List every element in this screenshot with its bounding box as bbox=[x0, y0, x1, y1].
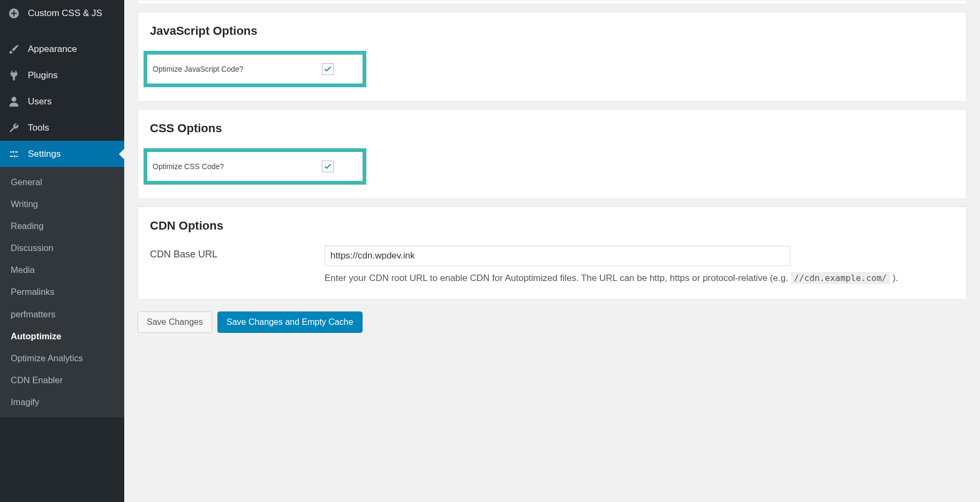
submenu-item-imagify[interactable]: Imagify bbox=[0, 391, 124, 413]
settings-submenu: General Writing Reading Discussion Media… bbox=[0, 167, 124, 417]
sidebar-item-label: Settings bbox=[28, 149, 61, 159]
sidebar-item-label: Users bbox=[28, 96, 51, 107]
main-content: JavaScript Options Optimize JavaScript C… bbox=[124, 0, 980, 502]
desc-code: //cdn.example.com/ bbox=[791, 272, 890, 284]
sidebar-item-label: Plugins bbox=[28, 70, 58, 81]
wrench-icon bbox=[7, 121, 20, 134]
highlight-optimize-css: Optimize CSS Code? bbox=[144, 148, 366, 185]
submenu-item-perfmatters[interactable]: perfmatters bbox=[0, 303, 124, 325]
sidebar-item-plugins[interactable]: Plugins bbox=[0, 62, 124, 88]
sliders-icon bbox=[7, 148, 20, 161]
submenu-item-cdn-enabler[interactable]: CDN Enabler bbox=[0, 369, 124, 391]
desc-text: Enter your CDN root URL to enable CDN fo… bbox=[325, 273, 791, 283]
check-icon bbox=[323, 162, 332, 171]
submenu-item-writing[interactable]: Writing bbox=[0, 193, 124, 215]
field-label: Optimize JavaScript Code? bbox=[150, 65, 322, 73]
save-and-empty-cache-button[interactable]: Save Changes and Empty Cache bbox=[217, 311, 363, 333]
save-changes-button[interactable]: Save Changes bbox=[138, 311, 212, 333]
plus-circle-icon bbox=[7, 7, 20, 20]
submit-row: Save Changes Save Changes and Empty Cach… bbox=[138, 311, 967, 333]
submenu-item-general[interactable]: General bbox=[0, 171, 124, 193]
panel-heading: CSS Options bbox=[150, 121, 954, 135]
panel-heading: JavaScript Options bbox=[150, 24, 954, 38]
panel-javascript-options: JavaScript Options Optimize JavaScript C… bbox=[138, 12, 967, 102]
optimize-js-checkbox[interactable] bbox=[322, 63, 334, 75]
sidebar-item-custom-css-js[interactable]: Custom CSS & JS bbox=[0, 0, 124, 26]
cdn-base-url-input[interactable] bbox=[325, 246, 790, 266]
sidebar-item-tools[interactable]: Tools bbox=[0, 115, 124, 141]
sidebar-item-label: Tools bbox=[28, 123, 49, 133]
desc-text-end: ). bbox=[893, 273, 898, 283]
sidebar-item-label: Appearance bbox=[28, 44, 77, 55]
sidebar-item-settings[interactable]: Settings bbox=[0, 141, 124, 167]
highlight-optimize-js: Optimize JavaScript Code? bbox=[144, 51, 366, 87]
admin-sidebar: Custom CSS & JS Appearance Plugins Users… bbox=[0, 0, 124, 502]
submenu-item-permalinks[interactable]: Permalinks bbox=[0, 281, 124, 303]
panel-cdn-options: CDN Options CDN Base URL Enter your CDN … bbox=[138, 207, 967, 300]
submenu-item-autoptimize[interactable]: Autoptimize bbox=[0, 325, 124, 347]
sidebar-item-label: Custom CSS & JS bbox=[28, 8, 102, 19]
panel-css-options: CSS Options Optimize CSS Code? bbox=[138, 109, 967, 199]
optimize-css-checkbox[interactable] bbox=[322, 161, 334, 172]
check-icon bbox=[323, 65, 332, 73]
plugin-icon bbox=[7, 69, 20, 82]
row-cdn-base-url: CDN Base URL Enter your CDN root URL to … bbox=[150, 246, 954, 285]
field-label: CDN Base URL bbox=[150, 246, 325, 263]
cdn-description: Enter your CDN root URL to enable CDN fo… bbox=[325, 271, 954, 285]
sidebar-item-appearance[interactable]: Appearance bbox=[0, 36, 124, 62]
submenu-item-optimize-analytics[interactable]: Optimize Analytics bbox=[0, 347, 124, 369]
user-icon bbox=[7, 95, 20, 108]
field-label: Optimize CSS Code? bbox=[150, 162, 322, 171]
submenu-item-reading[interactable]: Reading bbox=[0, 215, 124, 237]
sidebar-item-users[interactable]: Users bbox=[0, 88, 124, 115]
brush-icon bbox=[7, 43, 20, 56]
panel-heading: CDN Options bbox=[150, 219, 954, 233]
panel-stub-top bbox=[138, 0, 967, 4]
submenu-item-discussion[interactable]: Discussion bbox=[0, 237, 124, 259]
submenu-item-media[interactable]: Media bbox=[0, 259, 124, 281]
